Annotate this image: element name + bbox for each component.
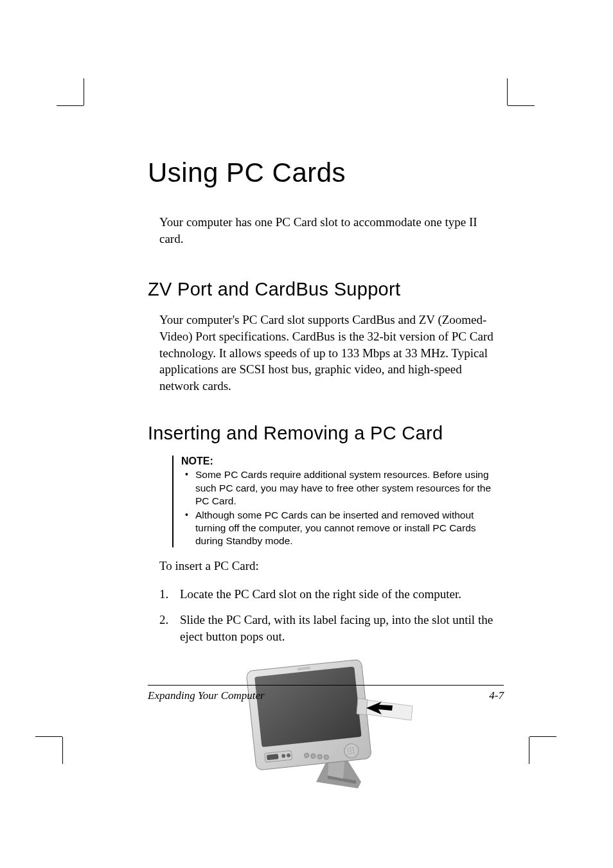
crop-mark [508,105,535,106]
svg-point-8 [317,754,323,759]
section-heading-zv: ZV Port and CardBus Support [148,279,504,300]
crop-mark [529,737,529,764]
step-item: 2. Slide the PC Card, with its label fac… [159,612,504,644]
crop-mark [84,78,84,105]
note-item: Although some PC Cards can be inserted a… [181,509,504,547]
note-label: NOTE: [181,456,504,467]
footer-page-number: 4-7 [489,689,504,702]
zv-body-paragraph: Your computer's PC Card slot supports Ca… [159,312,504,394]
page-footer: Expanding Your Computer 4-7 [148,685,504,702]
section-heading-insert: Inserting and Removing a PC Card [148,423,504,444]
figure-container [148,653,504,798]
step-text: Slide the PC Card, with its label facing… [180,613,493,643]
note-list: Some PC Cards require additional system … [181,468,504,547]
pc-card-insert-illustration [233,653,419,798]
crop-mark [62,737,63,764]
footer-rule [148,685,504,686]
steps-list: 1. Locate the PC Card slot on the right … [159,586,504,644]
crop-mark [57,105,84,106]
footer-chapter-title: Expanding Your Computer [148,689,265,702]
svg-rect-1 [254,667,362,748]
intro-paragraph: Your computer has one PC Card slot to ac… [159,214,504,247]
footer-row: Expanding Your Computer 4-7 [148,689,504,702]
step-number: 1. [159,586,168,603]
page-content: Using PC Cards Your computer has one PC … [0,0,613,798]
svg-point-6 [304,753,309,758]
note-block: NOTE: Some PC Cards require additional s… [172,456,504,547]
crop-mark [35,736,62,737]
step-number: 2. [159,612,168,628]
crop-mark [507,78,508,105]
page-title-h1: Using PC Cards [148,157,504,188]
note-item: Some PC Cards require additional system … [181,468,504,507]
instruction-lead: To insert a PC Card: [159,559,504,573]
crop-mark [529,736,556,737]
step-item: 1. Locate the PC Card slot on the right … [159,586,504,603]
step-text: Locate the PC Card slot on the right sid… [180,587,461,601]
svg-point-9 [324,755,329,760]
svg-point-7 [311,754,316,759]
